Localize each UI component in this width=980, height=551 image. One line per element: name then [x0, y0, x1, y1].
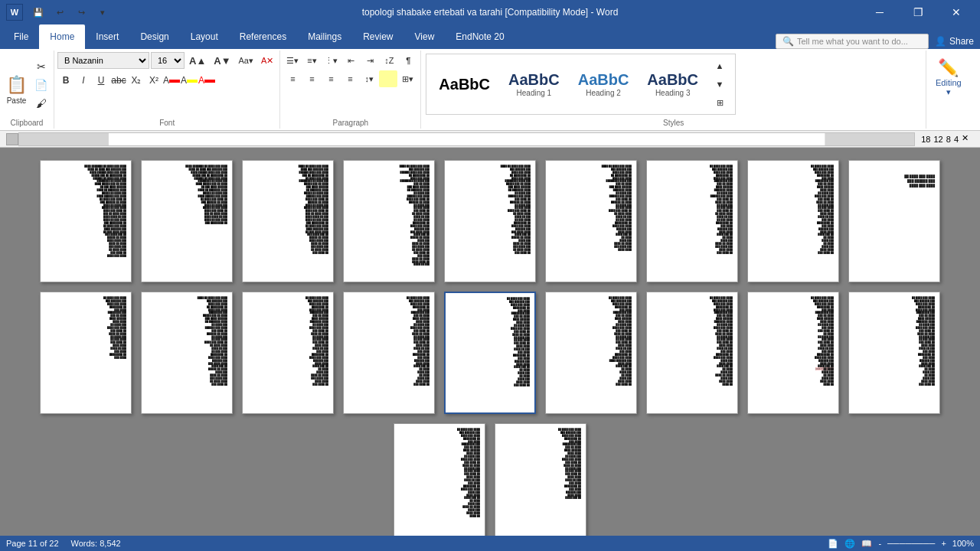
- paste-button[interactable]: 📋 Paste: [3, 70, 30, 109]
- increase-font-button[interactable]: A▲: [186, 52, 209, 69]
- page-thumb-7[interactable]: ████ ███ ████ █████ ██████ ███████ ███ █…: [646, 160, 738, 282]
- minimize-button[interactable]: ─: [862, 0, 897, 24]
- page-thumb-4[interactable]: ████ ███ ████ ██ ███████ ██████ ███████ …: [343, 160, 435, 282]
- tab-layout[interactable]: Layout: [180, 24, 229, 49]
- styles-scroll-down[interactable]: ▼: [710, 76, 729, 93]
- layout-web-icon[interactable]: 🌐: [844, 539, 855, 549]
- tab-review[interactable]: Review: [352, 24, 403, 49]
- bold-button[interactable]: B: [57, 72, 74, 89]
- subscript-button[interactable]: X₂: [128, 72, 145, 89]
- copy-button[interactable]: 📄: [31, 77, 51, 93]
- tab-endnote[interactable]: EndNote 20: [445, 24, 514, 49]
- align-left-button[interactable]: ≡: [283, 70, 302, 87]
- decrease-font-button[interactable]: A▼: [211, 52, 234, 69]
- customize-quick-access-button[interactable]: ▾: [93, 4, 112, 21]
- editing-label: Editing: [936, 78, 962, 87]
- page-thumb-9[interactable]: ████ ███ ████ █████ ██████ ███████ ███ █…: [848, 160, 940, 282]
- tab-home[interactable]: Home: [39, 24, 85, 49]
- increase-indent-button[interactable]: ⇥: [361, 52, 379, 69]
- page-thumb-18[interactable]: ████ ███ ████ █████ ██████ ███████ ███ █…: [848, 292, 940, 414]
- style-heading2[interactable]: AaBbC Heading 2: [572, 70, 635, 99]
- page-thumb-15[interactable]: ████ ███ ████ █████ ██████ ███████ ███ █…: [545, 292, 637, 414]
- sort-button[interactable]: ↕Z: [380, 52, 398, 69]
- page-thumb-5[interactable]: ████ ███ ████ ██ ███████ ██████ ███████ …: [444, 160, 536, 282]
- tab-view[interactable]: View: [404, 24, 446, 49]
- show-formatting-button[interactable]: ¶: [399, 52, 417, 69]
- layout-print-icon[interactable]: 📄: [828, 539, 838, 549]
- ribbon-tabs: File Home Insert Design Layout Reference…: [0, 24, 980, 49]
- page-thumb-16[interactable]: ████ ███ ████ █████ ██████ ███████ ███ █…: [646, 292, 738, 414]
- format-painter-button[interactable]: 🖌: [31, 95, 51, 112]
- page-thumb-17[interactable]: ████ ███ ████ █████ ██████ ███████ ███ █…: [747, 292, 839, 414]
- restore-button[interactable]: ❐: [900, 0, 936, 24]
- tab-references[interactable]: References: [229, 24, 297, 49]
- zoom-slider[interactable]: ────────: [887, 539, 935, 548]
- tell-me-box[interactable]: 🔍 Tell me what you want to do...: [776, 34, 929, 49]
- decrease-indent-button[interactable]: ⇤: [341, 52, 360, 69]
- line-spacing-button[interactable]: ↕▾: [360, 70, 378, 87]
- zoom-in-button[interactable]: ✕: [962, 133, 974, 145]
- font-selector-row: B Nazanin 16 A▲ A▼ Aa▾ A✕: [57, 52, 276, 69]
- shading-button[interactable]: [379, 70, 397, 87]
- styles-scroll-up[interactable]: ▲: [710, 57, 729, 74]
- status-right: 📄 🌐 📖 - ──────── + 100%: [828, 539, 974, 549]
- numbering-button[interactable]: ≡▾: [302, 52, 321, 69]
- page-thumb-6[interactable]: ████ ███ ████ ██ ███████ ██████ ███████ …: [545, 160, 637, 282]
- clear-formatting-button[interactable]: A✕: [258, 52, 276, 69]
- style-normal[interactable]: AaBbC: [433, 74, 496, 95]
- undo-button[interactable]: ↩: [51, 4, 69, 21]
- title-bar: W 💾 ↩ ↪ ▾ topologi shabake ertebati va t…: [0, 0, 980, 24]
- bullets-button[interactable]: ☰▾: [283, 52, 302, 69]
- page-thumb-2[interactable]: ████ ███ ████ ██ ███████ ███████ ██████ …: [141, 160, 233, 282]
- page-thumb-1[interactable]: ████ ███ ████ ██ ███████ ███████ ██████ …: [40, 160, 132, 282]
- style-h3-preview: AaBbC: [647, 71, 698, 89]
- justify-button[interactable]: ≡: [341, 70, 359, 87]
- zoom-out-button[interactable]: -: [878, 539, 881, 548]
- style-heading1[interactable]: AaBbC Heading 1: [502, 70, 566, 99]
- font-color-button[interactable]: A: [163, 72, 180, 89]
- tab-mailings[interactable]: Mailings: [297, 24, 352, 49]
- italic-button[interactable]: I: [75, 72, 92, 89]
- tab-selector[interactable]: [6, 133, 18, 145]
- change-case-button[interactable]: Aa▾: [236, 52, 256, 69]
- style-h2-label: Heading 2: [586, 89, 621, 97]
- align-center-button[interactable]: ≡: [302, 70, 321, 87]
- page-thumb-12[interactable]: ████ ███ ████ █████ ██████ ███████ ███ █…: [242, 292, 334, 414]
- text-highlight-button[interactable]: A: [181, 72, 198, 89]
- title-bar-left: W 💾 ↩ ↪ ▾: [6, 4, 112, 21]
- page-content-3: ████ ███ ████ ██ ███████ ██████ ███ ████…: [243, 161, 333, 282]
- strikethrough-button[interactable]: abc: [110, 72, 127, 89]
- style-heading3[interactable]: AaBbC Heading 3: [641, 70, 704, 99]
- page-thumb-11[interactable]: ████ ███ ████ ██ ███████ ██████ ███████ …: [141, 292, 233, 414]
- close-button[interactable]: ✕: [939, 0, 974, 24]
- tab-design[interactable]: Design: [129, 24, 179, 49]
- zoom-in-button[interactable]: +: [941, 539, 946, 548]
- underline-button[interactable]: U: [93, 72, 109, 89]
- page-thumb-3[interactable]: ████ ███ ████ ██ ███████ ██████ ███ ████…: [242, 160, 334, 282]
- align-right-button[interactable]: ≡: [322, 70, 340, 87]
- editing-button[interactable]: ✏️ Editing ▾: [929, 52, 968, 108]
- page-thumb-20[interactable]: ████ ███ ████ █████ ██████ ███████ ███ █…: [495, 423, 586, 546]
- superscript-button[interactable]: X²: [145, 72, 162, 89]
- tab-insert[interactable]: Insert: [85, 24, 129, 49]
- redo-button[interactable]: ↪: [72, 4, 90, 21]
- multilevel-list-button[interactable]: ⋮▾: [322, 52, 341, 69]
- share-button[interactable]: 👤 Share: [935, 36, 974, 47]
- font-name-select[interactable]: B Nazanin: [57, 52, 149, 69]
- page-thumb-14[interactable]: ████ ███ ████ █████ ██████ ███████ ███ █…: [444, 292, 536, 414]
- tab-file[interactable]: File: [3, 24, 39, 49]
- page-thumb-13[interactable]: ████ ███ ████ █████ ██████ ███████ ███ █…: [343, 292, 435, 414]
- page-thumb-10[interactable]: ████ ███ ████ █████ ██████ ███████ ███ █…: [40, 292, 132, 414]
- tell-me-placeholder: Tell me what you want to do...: [797, 37, 908, 46]
- layout-read-icon[interactable]: 📖: [861, 539, 872, 549]
- page-thumb-19[interactable]: ████ ███ ████ █████ ██████ ███████ ███ █…: [394, 423, 485, 546]
- page-thumb-8[interactable]: ████ ███ ████ █████ ██████ ███████ ███ █…: [747, 160, 839, 282]
- editing-group: ✏️ Editing ▾: [926, 51, 980, 129]
- font-size-select[interactable]: 16: [151, 52, 185, 69]
- cut-button[interactable]: ✂: [31, 58, 51, 75]
- zoom-value-2: 12: [934, 135, 943, 144]
- save-button[interactable]: 💾: [29, 4, 47, 21]
- styles-more[interactable]: ⊞: [710, 94, 729, 111]
- borders-button[interactable]: ⊞▾: [398, 70, 416, 87]
- font-color2-button[interactable]: A: [198, 72, 215, 89]
